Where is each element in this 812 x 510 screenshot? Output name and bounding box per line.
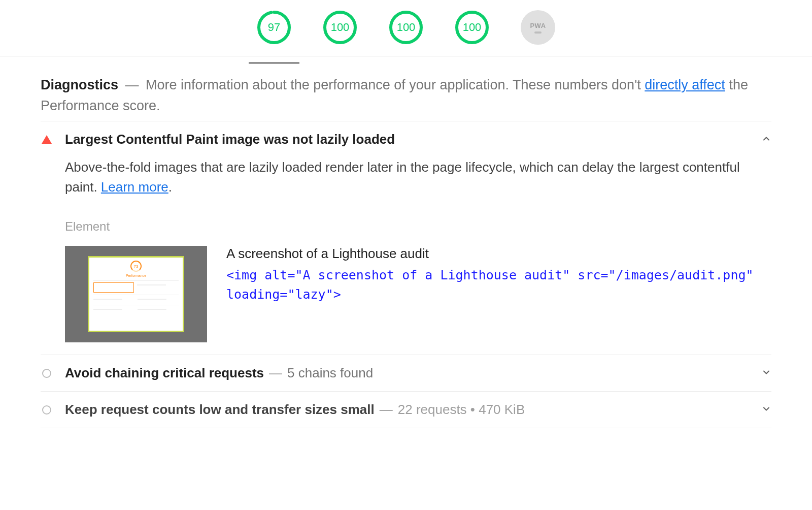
audit-header[interactable]: Keep request counts low and transfer siz…	[41, 392, 771, 428]
audit-header[interactable]: Avoid chaining critical requests — 5 cha…	[41, 355, 771, 391]
triangle-fail-icon	[41, 135, 53, 144]
pwa-label: PWA	[530, 22, 546, 29]
audit-request-counts: Keep request counts low and transfer siz…	[41, 392, 771, 428]
element-row: 73 Performance A screenshot of a Lightho…	[65, 246, 771, 342]
audit-title: Largest Contentful Paint image was not l…	[65, 132, 395, 147]
chevron-up-icon	[761, 134, 771, 146]
element-caption: A screenshot of a Lighthouse audit	[226, 246, 771, 262]
diagnostics-separator: —	[125, 77, 139, 92]
chevron-down-icon	[761, 367, 771, 379]
element-thumbnail: 73 Performance	[65, 246, 207, 342]
diagnostics-heading: Diagnostics — More information about the…	[41, 75, 771, 121]
audit-separator: —	[269, 365, 282, 381]
circle-neutral-icon	[41, 369, 53, 378]
score-header: 97 100 100 100 PWA	[0, 0, 812, 56]
audit-header[interactable]: Largest Contentful Paint image was not l…	[41, 121, 771, 157]
element-label: Element	[65, 219, 771, 234]
score-value: 100	[463, 21, 482, 34]
audit-subtitle: 22 requests • 470 KiB	[398, 402, 525, 418]
audit-critical-chains: Avoid chaining critical requests — 5 cha…	[41, 355, 771, 392]
score-value: 100	[331, 21, 350, 34]
audit-title: Avoid chaining critical requests	[65, 365, 264, 381]
audit-separator: —	[380, 402, 393, 418]
score-gauge-pwa[interactable]: PWA	[521, 10, 555, 45]
audit-description: Above-the-fold images that are lazily lo…	[65, 157, 771, 197]
element-code-snippet: <img alt="A screenshot of a Lighthouse a…	[226, 266, 771, 304]
audit-subtitle: 5 chains found	[287, 365, 373, 381]
circle-neutral-icon	[41, 405, 53, 415]
audit-details: Above-the-fold images that are lazily lo…	[41, 157, 771, 355]
audit-lcp-lazy-load: Largest Contentful Paint image was not l…	[41, 121, 771, 355]
score-gauge-performance[interactable]: 97	[257, 10, 291, 45]
diagnostics-description-before: More information about the performance o…	[146, 77, 645, 92]
score-value: 100	[397, 21, 416, 34]
score-gauge-seo[interactable]: 100	[455, 10, 489, 45]
element-text: A screenshot of a Lighthouse audit <img …	[226, 246, 771, 304]
score-value: 97	[268, 21, 280, 34]
chevron-down-icon	[761, 404, 771, 416]
score-gauge-accessibility[interactable]: 100	[323, 10, 357, 45]
diagnostics-link[interactable]: directly affect	[645, 77, 725, 92]
audit-title: Keep request counts low and transfer siz…	[65, 402, 375, 418]
pwa-dash-icon	[534, 31, 542, 34]
score-gauge-best-practices[interactable]: 100	[389, 10, 423, 45]
learn-more-link[interactable]: Learn more	[101, 179, 168, 195]
diagnostics-title: Diagnostics	[41, 77, 118, 92]
